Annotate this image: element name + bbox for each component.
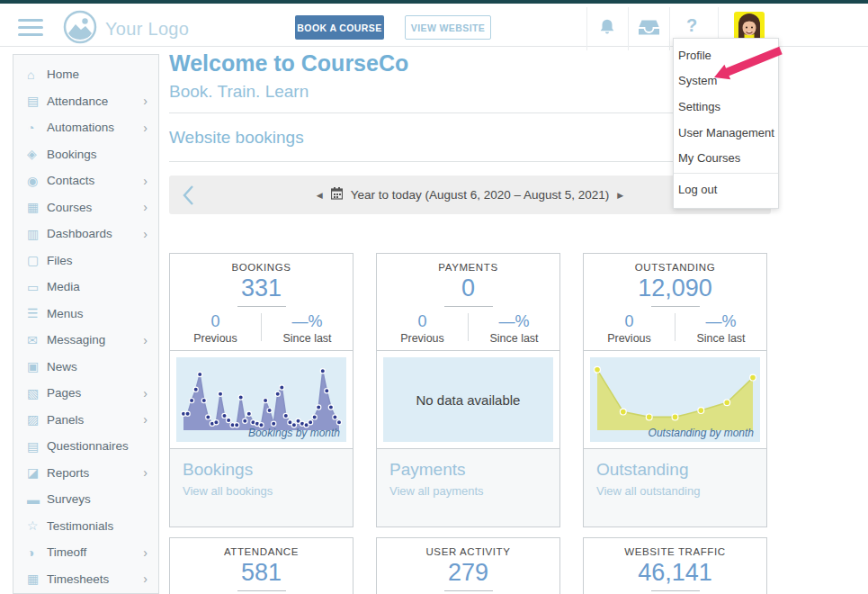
sidebar-item-label: Timeoff xyxy=(47,545,86,559)
sidebar-item-bookings[interactable]: ◈Bookings xyxy=(13,141,158,168)
card-value: 279 xyxy=(377,559,559,587)
messaging-icon: ✉ xyxy=(27,333,47,347)
view-website-button[interactable]: VIEW WEBSITE xyxy=(405,15,491,40)
sidebar-item-home[interactable]: ⌂Home xyxy=(13,61,158,88)
hamburger-menu-icon[interactable] xyxy=(18,19,43,36)
book-a-course-button[interactable]: BOOK A COURSE xyxy=(295,15,384,40)
contacts-icon: ◉ xyxy=(27,174,47,188)
news-icon: ▣ xyxy=(27,359,47,374)
card-label: USER ACTIVITY xyxy=(377,546,559,557)
sidebar-item-panels[interactable]: ▨Panels› xyxy=(13,407,158,434)
website-traffic-card: WEBSITE TRAFFIC 46,141 xyxy=(583,537,767,594)
sidebar-item-label: Questionnaires xyxy=(47,439,129,453)
previous-label: Previous xyxy=(584,332,675,345)
card-footer-title: Bookings xyxy=(183,460,340,480)
menu-item-user-management[interactable]: User Management xyxy=(674,120,778,146)
surveys-icon: ▬ xyxy=(27,492,47,507)
media-icon: ▭ xyxy=(27,280,47,294)
view-all-outstanding-link[interactable]: View all outstanding xyxy=(596,484,754,498)
sidebar-item-pages[interactable]: ▧Pages› xyxy=(13,380,158,407)
chevron-right-icon: › xyxy=(143,572,148,585)
value-underline xyxy=(237,590,286,591)
value-underline xyxy=(237,306,286,307)
view-all-payments-link[interactable]: View all payments xyxy=(389,484,547,498)
change-label: Since last xyxy=(262,332,353,345)
sidebar-item-contacts[interactable]: ◉Contacts› xyxy=(13,167,158,194)
menu-item-system[interactable]: System xyxy=(674,68,778,94)
change-value: —% xyxy=(262,312,353,331)
sidebar-item-news[interactable]: ▣News xyxy=(13,354,158,381)
bookings-card: BOOKINGS 331 0 Previous —% Since last Bo… xyxy=(169,253,353,527)
notifications-bell-icon[interactable] xyxy=(597,17,617,40)
change-value: —% xyxy=(469,312,559,331)
sidebar-item-menus[interactable]: ☰Menus xyxy=(13,301,158,328)
sidebar-item-timesheets[interactable]: ▦Timesheets› xyxy=(13,566,158,593)
chevron-right-icon: › xyxy=(143,94,148,107)
sidebar-item-dashboards[interactable]: ▥Dashboards› xyxy=(13,220,158,248)
sidebar-item-label: Contacts xyxy=(47,174,94,187)
payments-card: PAYMENTS 0 0 Previous —% Since last No d… xyxy=(376,253,560,527)
sidebar-item-label: Menus xyxy=(47,307,84,320)
files-icon: ▢ xyxy=(27,253,47,267)
value-underline xyxy=(444,590,493,591)
sidebar-item-label: Testimonials xyxy=(47,519,113,533)
sidebar-item-label: Timesheets xyxy=(47,572,109,586)
reports-icon: ◪ xyxy=(27,465,47,480)
timesheets-icon: ▦ xyxy=(27,572,47,586)
sidebar-item-label: Pages xyxy=(47,386,81,400)
payments-chart-area: No data available xyxy=(383,357,553,442)
menu-item-log-out[interactable]: Log out xyxy=(674,174,778,206)
home-icon: ⌂ xyxy=(27,68,47,82)
date-range-label: Year to today (August 6, 2020 – August 5… xyxy=(351,188,610,202)
next-period-icon[interactable]: ▶ xyxy=(617,191,623,200)
change-label: Since last xyxy=(469,332,559,345)
sidebar-item-messaging[interactable]: ✉Messaging› xyxy=(13,327,158,354)
panels-icon: ▨ xyxy=(27,412,47,427)
chevron-right-icon: › xyxy=(143,546,148,559)
sidebar-item-attendance[interactable]: ▤Attendance› xyxy=(13,88,158,115)
calendar-icon xyxy=(331,187,343,203)
sidebar-item-label: Bookings xyxy=(47,148,97,161)
sidebar-item-label: Courses xyxy=(47,201,92,214)
menu-item-profile[interactable]: Profile xyxy=(674,42,778,68)
courses-icon: ▦ xyxy=(27,200,47,214)
inbox-icon[interactable] xyxy=(638,20,660,39)
chart-caption: Outstanding by month xyxy=(649,427,754,439)
sidebar-item-label: Home xyxy=(47,68,79,81)
sidebar-item-media[interactable]: ▭Media xyxy=(13,274,158,301)
chevron-right-icon: › xyxy=(143,175,148,187)
card-footer-title: Payments xyxy=(389,460,547,480)
bookings-chart-area: Bookings by month xyxy=(176,357,346,442)
automations-icon: ◔ xyxy=(27,121,47,135)
sidebar-item-courses[interactable]: ▦Courses› xyxy=(13,194,158,221)
sidebar-item-testimonials[interactable]: ☆Testimonials xyxy=(13,513,158,540)
card-label: ATTENDANCE xyxy=(170,546,353,557)
menu-item-my-courses[interactable]: My Courses xyxy=(674,145,778,171)
previous-value: 0 xyxy=(584,312,675,331)
previous-label: Previous xyxy=(170,332,261,345)
sidebar-item-reports[interactable]: ◪Reports› xyxy=(13,460,158,487)
change-label: Since last xyxy=(676,332,766,345)
sidebar-item-timeoff[interactable]: ◑Timeoff› xyxy=(13,539,158,566)
user-activity-card: USER ACTIVITY 279 xyxy=(376,537,560,594)
card-label: PAYMENTS xyxy=(377,262,559,273)
sidebar-item-surveys[interactable]: ▬Surveys xyxy=(13,486,158,513)
menu-item-settings[interactable]: Settings xyxy=(674,94,778,120)
chevron-right-icon: › xyxy=(143,334,148,346)
chart-caption: Bookings by month xyxy=(248,427,340,439)
sidebar-item-label: Surveys xyxy=(47,492,91,506)
dashboards-icon: ▥ xyxy=(27,227,47,241)
logo[interactable]: Your Logo xyxy=(63,10,189,48)
previous-value: 0 xyxy=(170,312,261,331)
help-icon[interactable]: ? xyxy=(686,15,697,36)
card-value: 0 xyxy=(377,274,559,302)
sidebar-item-questionnaires[interactable]: ▤Questionnaires xyxy=(13,433,158,460)
testimonials-icon: ☆ xyxy=(27,518,47,533)
previous-period-icon[interactable]: ◀ xyxy=(317,191,323,200)
stats-cards-row-2: ATTENDANCE 581 USER ACTIVITY 279 WEBSITE… xyxy=(169,537,767,594)
card-value: 581 xyxy=(170,559,353,587)
card-label: BOOKINGS xyxy=(170,262,353,273)
sidebar-item-files[interactable]: ▢Files xyxy=(13,248,158,274)
sidebar-item-automations[interactable]: ◔Automations› xyxy=(13,114,158,141)
view-all-bookings-link[interactable]: View all bookings xyxy=(183,484,340,498)
